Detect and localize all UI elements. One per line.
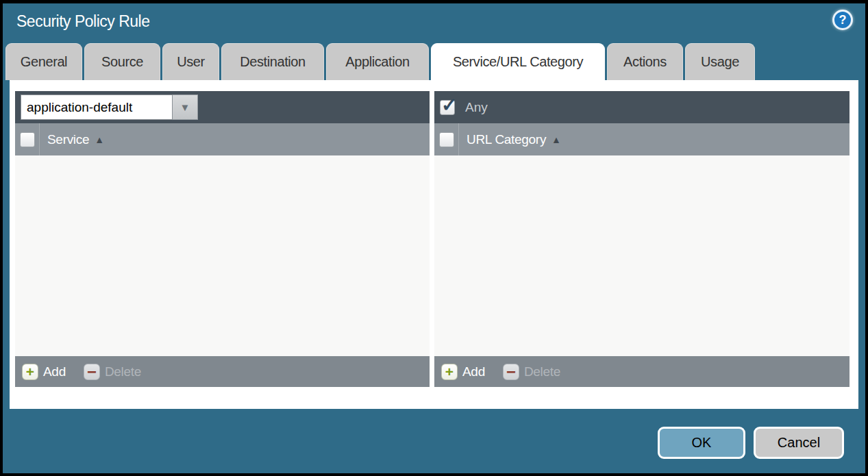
tab-user[interactable]: User — [162, 43, 219, 80]
tab-bar: General Source User Destination Applicat… — [5, 43, 755, 80]
service-column-header[interactable]: Service▲ — [47, 132, 104, 147]
checkmark-icon: ✓ — [441, 96, 457, 115]
ok-button[interactable]: OK — [658, 427, 745, 459]
cancel-button[interactable]: Cancel — [754, 427, 844, 459]
sort-ascending-icon: ▲ — [95, 134, 104, 145]
tab-source[interactable]: Source — [84, 43, 160, 80]
url-category-table-body[interactable] — [434, 155, 850, 356]
url-category-footer-toolbar: + Add − Delete — [434, 356, 850, 387]
minus-icon: − — [503, 364, 519, 380]
tab-general[interactable]: General — [5, 43, 82, 80]
chevron-down-icon[interactable]: ▼ — [173, 95, 198, 120]
tab-actions[interactable]: Actions — [607, 43, 683, 80]
service-type-dropdown[interactable]: ▼ — [21, 95, 198, 120]
service-table-header: Service▲ — [15, 123, 430, 155]
url-category-column-header[interactable]: URL Category▲ — [467, 132, 561, 147]
service-panel: ▼ Service▲ + Add − Delete — [15, 91, 430, 387]
tab-usage[interactable]: Usage — [685, 43, 755, 80]
url-category-panel: ✓ Any URL Category▲ + Add − Delete — [434, 91, 850, 387]
add-icon: + — [441, 364, 458, 380]
any-label: Any — [465, 100, 488, 115]
url-category-delete-button[interactable]: − Delete — [503, 364, 560, 380]
service-delete-button[interactable]: − Delete — [84, 364, 141, 380]
dialog-title: Security Policy Rule — [16, 12, 150, 31]
service-add-button[interactable]: + Add — [22, 364, 66, 380]
tab-content-area: ▼ Service▲ + Add − Delete — [10, 80, 858, 409]
tab-application[interactable]: Application — [326, 43, 429, 80]
service-type-value[interactable] — [21, 95, 173, 120]
url-category-select-all-checkbox[interactable] — [439, 132, 454, 147]
tab-service-url-category[interactable]: Service/URL Category — [431, 43, 605, 80]
service-select-all-checkbox[interactable] — [20, 132, 35, 147]
tab-destination[interactable]: Destination — [221, 43, 324, 80]
security-policy-rule-dialog: Security Policy Rule ? General Source Us… — [3, 3, 865, 473]
add-icon: + — [22, 364, 38, 380]
help-icon[interactable]: ? — [832, 10, 853, 30]
url-category-table-header: URL Category▲ — [434, 123, 850, 155]
url-category-toolbar: ✓ Any — [434, 91, 850, 123]
sort-ascending-icon: ▲ — [551, 134, 561, 145]
service-toolbar: ▼ — [15, 91, 430, 123]
any-checkbox[interactable]: ✓ — [440, 100, 455, 115]
minus-icon: − — [84, 364, 100, 380]
service-footer-toolbar: + Add − Delete — [15, 356, 430, 387]
url-category-add-button[interactable]: + Add — [441, 364, 485, 380]
service-table-body[interactable] — [15, 155, 430, 356]
